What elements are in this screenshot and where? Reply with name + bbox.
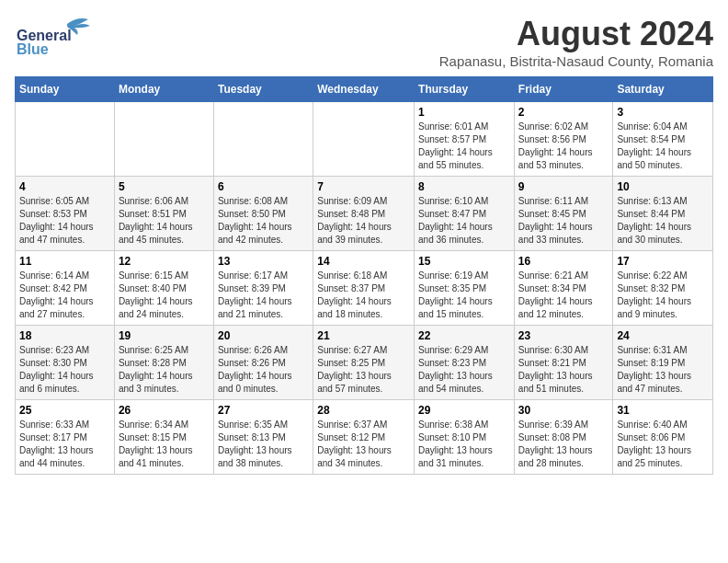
calendar-cell: 6Sunrise: 6:08 AM Sunset: 8:50 PM Daylig… — [213, 177, 313, 251]
day-number: 31 — [617, 404, 709, 417]
col-sunday: Sunday — [16, 77, 115, 102]
day-number: 6 — [218, 180, 309, 193]
calendar-week-4: 18Sunrise: 6:23 AM Sunset: 8:30 PM Dayli… — [16, 326, 713, 400]
day-info: Sunrise: 6:22 AM Sunset: 8:32 PM Dayligh… — [617, 270, 709, 321]
day-info: Sunrise: 6:11 AM Sunset: 8:45 PM Dayligh… — [518, 195, 609, 247]
day-info: Sunrise: 6:39 AM Sunset: 8:08 PM Dayligh… — [518, 419, 609, 470]
location-subtitle: Rapanasu, Bistrita-Nasaud County, Romani… — [439, 53, 713, 69]
calendar-cell: 26Sunrise: 6:34 AM Sunset: 8:15 PM Dayli… — [114, 400, 213, 475]
calendar-cell: 22Sunrise: 6:29 AM Sunset: 8:23 PM Dayli… — [415, 326, 515, 400]
day-number: 29 — [418, 404, 510, 417]
calendar-week-5: 25Sunrise: 6:33 AM Sunset: 8:17 PM Dayli… — [16, 400, 713, 475]
day-info: Sunrise: 6:06 AM Sunset: 8:51 PM Dayligh… — [119, 195, 210, 247]
day-number: 7 — [317, 180, 410, 193]
day-number: 2 — [518, 106, 609, 119]
logo-svg: General Blue — [15, 15, 97, 56]
calendar-cell: 28Sunrise: 6:37 AM Sunset: 8:12 PM Dayli… — [313, 400, 415, 475]
day-info: Sunrise: 6:04 AM Sunset: 8:54 PM Dayligh… — [617, 121, 709, 172]
day-info: Sunrise: 6:25 AM Sunset: 8:28 PM Dayligh… — [119, 344, 210, 396]
calendar-week-2: 4Sunrise: 6:05 AM Sunset: 8:53 PM Daylig… — [16, 177, 713, 251]
day-info: Sunrise: 6:31 AM Sunset: 8:19 PM Dayligh… — [617, 344, 709, 396]
calendar-cell: 7Sunrise: 6:09 AM Sunset: 8:48 PM Daylig… — [313, 177, 415, 251]
calendar-cell: 12Sunrise: 6:15 AM Sunset: 8:40 PM Dayli… — [114, 251, 213, 326]
day-info: Sunrise: 6:18 AM Sunset: 8:37 PM Dayligh… — [317, 270, 410, 321]
col-saturday: Saturday — [613, 77, 713, 102]
day-number: 4 — [19, 180, 110, 193]
calendar-cell: 19Sunrise: 6:25 AM Sunset: 8:28 PM Dayli… — [114, 326, 213, 400]
day-number: 1 — [418, 106, 510, 119]
calendar-week-3: 11Sunrise: 6:14 AM Sunset: 8:42 PM Dayli… — [16, 251, 713, 326]
calendar-cell: 14Sunrise: 6:18 AM Sunset: 8:37 PM Dayli… — [313, 251, 415, 326]
day-info: Sunrise: 6:05 AM Sunset: 8:53 PM Dayligh… — [19, 195, 110, 247]
day-number: 16 — [518, 255, 609, 268]
calendar-cell: 13Sunrise: 6:17 AM Sunset: 8:39 PM Dayli… — [213, 251, 313, 326]
calendar-cell: 20Sunrise: 6:26 AM Sunset: 8:26 PM Dayli… — [213, 326, 313, 400]
calendar-cell — [313, 102, 415, 177]
day-info: Sunrise: 6:26 AM Sunset: 8:26 PM Dayligh… — [218, 344, 309, 396]
page-header: General Blue August 2024 Rapanasu, Bistr… — [15, 15, 713, 69]
day-info: Sunrise: 6:29 AM Sunset: 8:23 PM Dayligh… — [418, 344, 510, 396]
calendar-table: Sunday Monday Tuesday Wednesday Thursday… — [15, 76, 713, 475]
day-info: Sunrise: 6:10 AM Sunset: 8:47 PM Dayligh… — [418, 195, 510, 247]
day-number: 21 — [317, 329, 410, 342]
day-number: 11 — [19, 255, 110, 268]
day-info: Sunrise: 6:33 AM Sunset: 8:17 PM Dayligh… — [19, 419, 110, 470]
day-number: 27 — [218, 404, 309, 417]
calendar-cell: 4Sunrise: 6:05 AM Sunset: 8:53 PM Daylig… — [16, 177, 115, 251]
day-number: 23 — [518, 329, 609, 342]
calendar-cell: 24Sunrise: 6:31 AM Sunset: 8:19 PM Dayli… — [613, 326, 713, 400]
calendar-header-row: Sunday Monday Tuesday Wednesday Thursday… — [16, 77, 713, 102]
calendar-cell: 8Sunrise: 6:10 AM Sunset: 8:47 PM Daylig… — [415, 177, 515, 251]
day-number: 19 — [119, 329, 210, 342]
title-block: August 2024 Rapanasu, Bistrita-Nasaud Co… — [439, 15, 713, 69]
calendar-cell — [213, 102, 313, 177]
calendar-cell: 31Sunrise: 6:40 AM Sunset: 8:06 PM Dayli… — [613, 400, 713, 475]
calendar-cell: 30Sunrise: 6:39 AM Sunset: 8:08 PM Dayli… — [514, 400, 613, 475]
day-number: 22 — [418, 329, 510, 342]
col-friday: Friday — [514, 77, 613, 102]
col-monday: Monday — [114, 77, 213, 102]
day-number: 12 — [119, 255, 210, 268]
col-tuesday: Tuesday — [213, 77, 313, 102]
day-number: 3 — [617, 106, 709, 119]
day-number: 17 — [617, 255, 709, 268]
calendar-cell: 15Sunrise: 6:19 AM Sunset: 8:35 PM Dayli… — [415, 251, 515, 326]
calendar-cell: 27Sunrise: 6:35 AM Sunset: 8:13 PM Dayli… — [213, 400, 313, 475]
day-info: Sunrise: 6:21 AM Sunset: 8:34 PM Dayligh… — [518, 270, 609, 321]
svg-text:Blue: Blue — [17, 41, 49, 56]
day-number: 25 — [19, 404, 110, 417]
month-year-title: August 2024 — [439, 15, 713, 53]
day-info: Sunrise: 6:14 AM Sunset: 8:42 PM Dayligh… — [19, 270, 110, 321]
day-number: 10 — [617, 180, 709, 193]
day-info: Sunrise: 6:35 AM Sunset: 8:13 PM Dayligh… — [218, 419, 309, 470]
day-info: Sunrise: 6:15 AM Sunset: 8:40 PM Dayligh… — [119, 270, 210, 321]
day-number: 24 — [617, 329, 709, 342]
calendar-cell: 23Sunrise: 6:30 AM Sunset: 8:21 PM Dayli… — [514, 326, 613, 400]
day-number: 26 — [119, 404, 210, 417]
calendar-cell: 16Sunrise: 6:21 AM Sunset: 8:34 PM Dayli… — [514, 251, 613, 326]
col-wednesday: Wednesday — [313, 77, 415, 102]
day-info: Sunrise: 6:27 AM Sunset: 8:25 PM Dayligh… — [317, 344, 410, 396]
day-number: 15 — [418, 255, 510, 268]
calendar-cell: 11Sunrise: 6:14 AM Sunset: 8:42 PM Dayli… — [16, 251, 115, 326]
calendar-cell: 18Sunrise: 6:23 AM Sunset: 8:30 PM Dayli… — [16, 326, 115, 400]
calendar-cell — [114, 102, 213, 177]
day-number: 13 — [218, 255, 309, 268]
day-number: 14 — [317, 255, 410, 268]
day-number: 28 — [317, 404, 410, 417]
calendar-cell: 1Sunrise: 6:01 AM Sunset: 8:57 PM Daylig… — [415, 102, 515, 177]
day-number: 5 — [119, 180, 210, 193]
calendar-cell — [16, 102, 115, 177]
calendar-cell: 25Sunrise: 6:33 AM Sunset: 8:17 PM Dayli… — [16, 400, 115, 475]
col-thursday: Thursday — [415, 77, 515, 102]
calendar-cell: 17Sunrise: 6:22 AM Sunset: 8:32 PM Dayli… — [613, 251, 713, 326]
day-info: Sunrise: 6:19 AM Sunset: 8:35 PM Dayligh… — [418, 270, 510, 321]
calendar-cell: 10Sunrise: 6:13 AM Sunset: 8:44 PM Dayli… — [613, 177, 713, 251]
day-number: 18 — [19, 329, 110, 342]
day-info: Sunrise: 6:02 AM Sunset: 8:56 PM Dayligh… — [518, 121, 609, 172]
day-number: 30 — [518, 404, 609, 417]
day-info: Sunrise: 6:38 AM Sunset: 8:10 PM Dayligh… — [418, 419, 510, 470]
calendar-cell: 2Sunrise: 6:02 AM Sunset: 8:56 PM Daylig… — [514, 102, 613, 177]
calendar-cell: 5Sunrise: 6:06 AM Sunset: 8:51 PM Daylig… — [114, 177, 213, 251]
day-info: Sunrise: 6:37 AM Sunset: 8:12 PM Dayligh… — [317, 419, 410, 470]
